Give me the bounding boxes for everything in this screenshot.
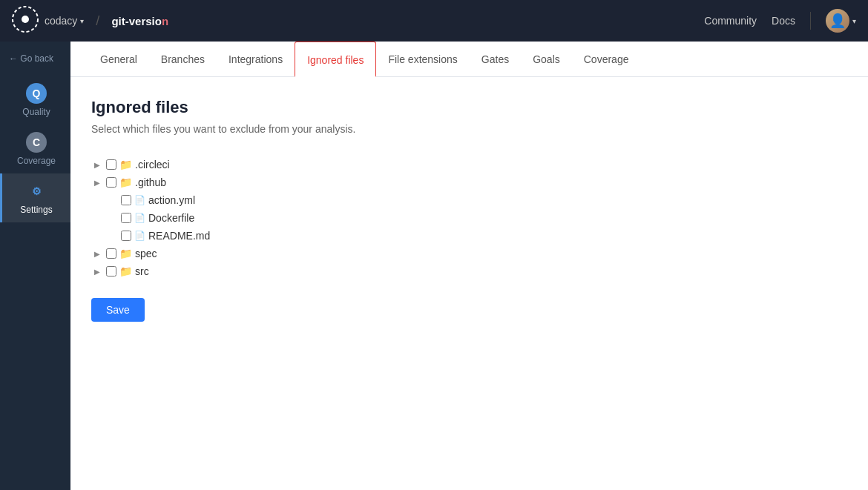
sidebar-item-quality-label: Quality [22, 107, 50, 117]
tree-row: 📁 spec [91, 245, 847, 262]
avatar-chevron-icon: ▾ [852, 17, 856, 25]
item-name-circleci: .circleci [135, 159, 170, 170]
page-layout: ← Go back Q Quality C Coverage ⚙ Setting… [0, 42, 868, 490]
tab-goals[interactable]: Goals [521, 42, 572, 77]
go-back-link[interactable]: ← Go back [0, 47, 70, 70]
checkbox-readme-md[interactable] [121, 231, 131, 241]
expand-spec-icon[interactable] [91, 248, 103, 259]
breadcrumb-separator: / [96, 13, 99, 29]
user-avatar-button[interactable]: 👤 ▾ [826, 9, 856, 33]
checkbox-circleci[interactable] [106, 159, 116, 170]
sidebar-item-settings-label: Settings [20, 205, 52, 215]
settings-gear-icon: ⚙ [26, 181, 47, 202]
folder-icon: 📁 [119, 265, 132, 277]
item-name-readme-md: README.md [148, 230, 210, 242]
tab-integrations[interactable]: Integrations [217, 42, 295, 77]
item-name-src: src [135, 265, 149, 277]
page-title: Ignored files [91, 98, 847, 117]
sidebar-item-coverage[interactable]: C Coverage [0, 125, 70, 173]
tab-file-extensions[interactable]: File extensions [376, 42, 469, 77]
file-icon: 📄 [134, 231, 145, 241]
tree-row: 📄 README.md [91, 227, 847, 245]
tab-ignored-files[interactable]: Ignored files [295, 42, 376, 77]
coverage-icon: C [26, 132, 47, 153]
checkbox-src[interactable] [106, 266, 116, 277]
tree-row: 📁 .circleci [91, 156, 847, 173]
sidebar-item-settings[interactable]: ⚙ Settings [0, 173, 70, 222]
expand-circleci-icon[interactable] [91, 159, 103, 170]
item-name-dockerfile: Dockerfile [148, 212, 194, 224]
folder-icon: 📁 [119, 176, 132, 188]
tree-row: 📁 src [91, 262, 847, 280]
item-name-action-yml: action.yml [148, 194, 195, 206]
project-name: codacy [45, 15, 77, 27]
folder-icon: 📁 [119, 159, 132, 170]
checkbox-github[interactable] [106, 177, 116, 188]
tree-row: 📄 Dockerfile [91, 209, 847, 227]
header-divider [810, 12, 811, 30]
community-link[interactable]: Community [704, 15, 757, 27]
tab-coverage[interactable]: Coverage [572, 42, 641, 77]
checkbox-action-yml[interactable] [121, 195, 131, 205]
avatar-image: 👤 [829, 13, 846, 29]
file-icon: 📄 [134, 195, 145, 205]
sidebar-item-coverage-label: Coverage [17, 156, 56, 166]
sidebar: ← Go back Q Quality C Coverage ⚙ Setting… [0, 42, 70, 490]
tree-row: 📄 action.yml [91, 191, 847, 209]
checkbox-dockerfile[interactable] [121, 213, 131, 223]
header-right: Community Docs 👤 ▾ [704, 9, 856, 33]
project-chevron-icon: ▾ [80, 17, 84, 25]
save-button[interactable]: Save [91, 298, 145, 322]
file-tree: 📁 .circleci 📁 .github 📄 action.yml [91, 156, 847, 280]
item-name-github: .github [135, 176, 166, 188]
repo-name-highlight: n [162, 15, 168, 27]
file-icon: 📄 [134, 213, 145, 223]
folder-icon: 📁 [119, 248, 132, 259]
checkbox-spec[interactable] [106, 248, 116, 259]
content-area: Ignored files Select which files you wan… [70, 77, 868, 342]
header: codacy ▾ / git-version Community Docs 👤 … [0, 0, 868, 42]
page-subtitle: Select which files you want to exclude f… [91, 123, 847, 135]
repo-name: git-version [111, 15, 168, 27]
docs-link[interactable]: Docs [772, 15, 795, 27]
main-content: General Branches Integrations Ignored fi… [70, 42, 868, 490]
expand-github-icon[interactable] [91, 176, 103, 188]
avatar: 👤 [826, 9, 849, 33]
item-name-spec: spec [135, 248, 157, 259]
tree-row: 📁 .github [91, 173, 847, 191]
tabs-bar: General Branches Integrations Ignored fi… [70, 42, 868, 77]
header-left: codacy ▾ / git-version [12, 6, 704, 36]
codacy-logo[interactable] [12, 6, 39, 36]
tab-gates[interactable]: Gates [470, 42, 521, 77]
sidebar-item-quality[interactable]: Q Quality [0, 76, 70, 125]
tab-branches[interactable]: Branches [149, 42, 217, 77]
project-selector[interactable]: codacy ▾ [45, 15, 84, 27]
expand-src-icon[interactable] [91, 265, 103, 277]
svg-point-1 [22, 16, 29, 23]
tab-general[interactable]: General [88, 42, 149, 77]
quality-icon: Q [26, 83, 47, 104]
